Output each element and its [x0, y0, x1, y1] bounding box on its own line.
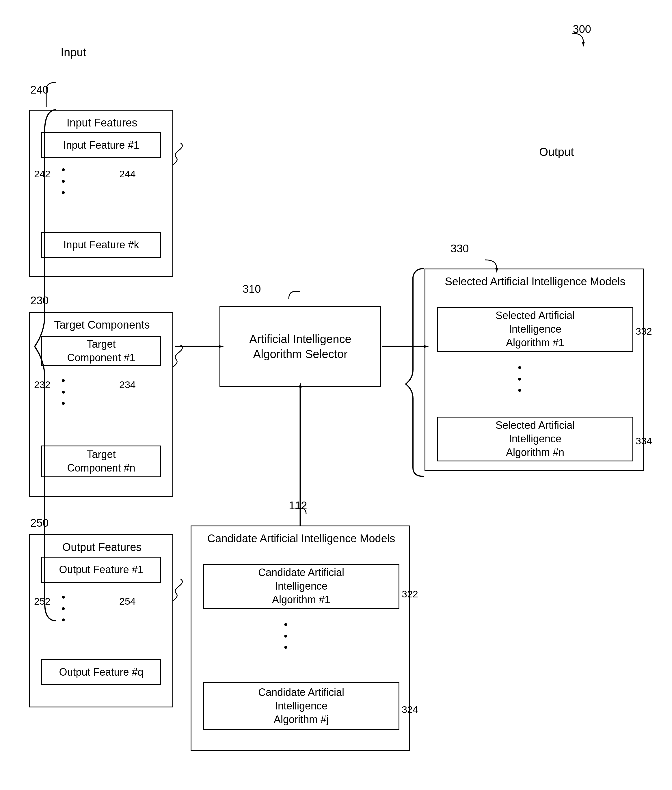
- diagram: 300 Input 240 Output Input Features Inpu…: [0, 0, 672, 790]
- candidate-algo-1-box: Candidate ArtificialIntelligenceAlgorith…: [203, 564, 399, 609]
- selected-dots: •••: [518, 362, 522, 396]
- ref-242: 242: [34, 168, 51, 180]
- ref-232: 232: [34, 379, 51, 390]
- output-features-label: Output Features: [30, 540, 174, 554]
- candidate-models-box: Candidate Artificial Intelligence Models…: [190, 526, 410, 751]
- target-components-label: Target Components: [30, 318, 174, 332]
- selected-models-label: Selected Artificial Intelligence Models: [426, 275, 645, 289]
- ref-322: 322: [402, 589, 418, 600]
- input-feature-k-box: Input Feature #k: [41, 232, 161, 258]
- output-features-box: Output Features Output Feature #1 ••• 25…: [29, 534, 173, 707]
- candidate-dots: •••: [284, 619, 288, 653]
- ref-332: 332: [635, 326, 652, 337]
- ref-324: 324: [402, 704, 418, 715]
- ai-selector-box: Artificial IntelligenceAlgorithm Selecto…: [219, 306, 381, 387]
- target-component-n-box: TargetComponent #n: [41, 446, 161, 477]
- ref-300: 300: [573, 23, 591, 35]
- output-feature-q-box: Output Feature #q: [41, 659, 161, 685]
- svg-marker-6: [582, 42, 585, 47]
- ref-254: 254: [119, 596, 136, 607]
- label-output: Output: [539, 144, 574, 159]
- ref-230: 230: [30, 294, 48, 307]
- ref-240: 240: [30, 84, 48, 96]
- input-feature-1-box: Input Feature #1: [41, 132, 161, 158]
- ref-310: 310: [243, 283, 261, 295]
- input-features-dots: •••: [61, 164, 65, 198]
- ref-234: 234: [119, 379, 136, 390]
- selected-models-box: Selected Artificial Intelligence Models …: [424, 269, 644, 471]
- target-component-1-box: TargetComponent #1: [41, 336, 161, 366]
- ref-250: 250: [30, 517, 48, 529]
- candidate-algo-j-box: Candidate ArtificialIntelligenceAlgorith…: [203, 682, 399, 730]
- target-components-dots: •••: [61, 375, 65, 409]
- ref-330: 330: [451, 243, 469, 255]
- selected-algo-1-box: Selected ArtificialIntelligenceAlgorithm…: [437, 307, 633, 352]
- input-features-box: Input Features Input Feature #1 ••• 242 …: [29, 110, 173, 277]
- ref-334: 334: [635, 435, 652, 447]
- ref-252: 252: [34, 596, 51, 607]
- selected-algo-n-box: Selected ArtificialIntelligenceAlgorithm…: [437, 417, 633, 461]
- output-features-dots: •••: [61, 591, 65, 626]
- candidate-models-label: Candidate Artificial Intelligence Models: [192, 532, 411, 546]
- input-features-label: Input Features: [30, 116, 174, 130]
- ref-244: 244: [119, 168, 136, 180]
- ref-112: 112: [289, 499, 307, 512]
- label-input: Input: [61, 45, 86, 60]
- output-feature-1-box: Output Feature #1: [41, 557, 161, 583]
- target-components-box: Target Components TargetComponent #1 •••…: [29, 312, 173, 497]
